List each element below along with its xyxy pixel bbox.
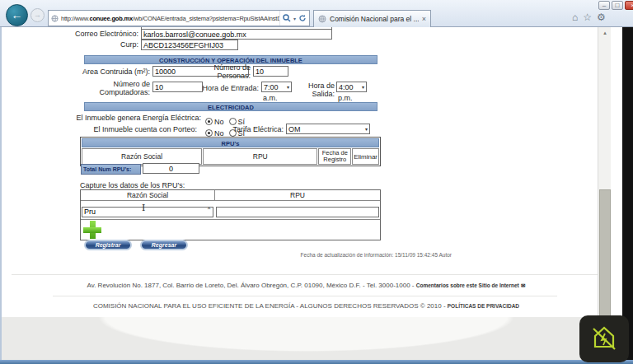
tab-title: Comisión Nacional para el ... <box>330 15 419 23</box>
capture-col-razon-social: Razón Social <box>81 190 215 200</box>
chrome-icons: ⌂ ☆ ⚙ <box>572 12 606 23</box>
personas-label: Número de Personas: <box>201 63 251 80</box>
tab-favicon-icon <box>318 12 326 26</box>
window-bottom-border <box>0 360 633 364</box>
regresar-button[interactable]: Regresar <box>140 240 188 250</box>
url-text: http://www.conuee.gob.mx/wb/CONAE/entrad… <box>61 15 279 22</box>
hora-salida-label: Hora de Salida: <box>307 82 335 98</box>
search-icon[interactable] <box>283 11 291 26</box>
pm-suffix: p.m. <box>338 94 353 102</box>
razon-social-input-wrap: × <box>82 203 213 217</box>
scrollbar[interactable]: ▴ ▾ <box>598 27 611 360</box>
search-dropdown-icon[interactable]: ▾ <box>293 16 296 21</box>
add-rpu-row <box>81 220 380 240</box>
form-buttons: Registrar Regresar <box>84 240 188 250</box>
rpus-table-header: Razón Social RPU Fecha de Registro Elimi… <box>82 148 379 165</box>
favorites-star-icon[interactable]: ☆ <box>583 12 592 23</box>
rpu-input-wrap <box>216 203 379 217</box>
capture-input-row: × <box>81 201 380 220</box>
razon-social-field[interactable] <box>82 207 213 217</box>
scroll-up-icon[interactable]: ▴ <box>598 27 612 39</box>
total-rpus-label: Total Num RPU's: <box>81 164 141 175</box>
page-icon <box>51 15 59 22</box>
col-eliminar: Eliminar <box>352 148 379 165</box>
registrar-button[interactable]: Registrar <box>84 240 132 250</box>
house-energy-icon <box>588 321 621 357</box>
rpus-table-title: RPU's <box>82 138 379 147</box>
footer-top-divider <box>12 274 600 275</box>
refresh-icon[interactable] <box>298 11 307 26</box>
email-label: Correo Electrónico: <box>49 30 138 38</box>
hora-salida-select[interactable]: 4:00 ▾ <box>336 82 367 92</box>
tarifa-label: Tarifa Eléctrica: <box>231 125 284 133</box>
am-suffix: a.m. <box>263 94 278 102</box>
text-cursor: I <box>142 203 145 213</box>
back-button[interactable]: ← <box>6 4 28 26</box>
footer-divider <box>53 296 557 296</box>
watermark-logo <box>579 315 629 362</box>
maximize-button[interactable]: □ <box>612 1 623 10</box>
desktop-background-strip <box>622 27 633 360</box>
computadoras-label: Número de Computadoras: <box>81 80 150 96</box>
hora-entrada-label: Hora de Entrada: <box>198 84 259 92</box>
close-button[interactable]: × <box>625 1 633 10</box>
browser-tab[interactable]: Comisión Nacional para el ... × <box>313 10 431 27</box>
forward-button[interactable]: → <box>30 8 45 22</box>
email-field[interactable] <box>141 29 332 40</box>
minimize-button[interactable]: – <box>598 1 610 10</box>
capture-table: Razón Social RPU × <box>80 189 381 240</box>
area-label: Area Contruida (m²): <box>41 68 150 76</box>
clear-input-icon[interactable]: × <box>207 204 211 212</box>
url-domain: conuee.gob.mx <box>89 15 132 22</box>
browser-titlebar: – □ × ← → http://www.conuee.gob.mx/wb/CO… <box>0 0 633 27</box>
tools-gear-icon[interactable]: ⚙ <box>597 12 606 23</box>
section-header-electricidad: ELECTRICIDAD <box>84 102 377 111</box>
porteo-label: El Inmueble cuenta con Porteo: <box>35 125 197 133</box>
total-rpus-field[interactable] <box>143 163 199 174</box>
capture-col-rpu: RPU <box>215 190 380 200</box>
comments-link[interactable]: Comentarios sobre este Sitio de Internet <box>416 282 519 288</box>
curp-field[interactable] <box>141 40 238 50</box>
page-bottom-area <box>2 317 611 360</box>
page-content: Correo Electrónico: Curp: CONSTRUCCIÓN Y… <box>0 27 622 360</box>
capture-instruction: Capture los datos de los RPU's: <box>80 181 185 189</box>
rpu-field[interactable] <box>216 207 379 217</box>
col-fecha-registro: Fecha de Registro <box>318 148 351 165</box>
radio-porteo-no[interactable] <box>205 129 213 137</box>
rpus-table: RPU's Razón Social RPU Fecha de Registro… <box>80 137 381 166</box>
footer-address: Av. Revolución No. 1877, Col. Barrio de … <box>2 282 611 289</box>
tab-close-button[interactable]: × <box>422 15 426 23</box>
col-rpu: RPU <box>203 148 317 165</box>
chevron-down-icon: ▾ <box>365 126 368 132</box>
add-rpu-plus-icon[interactable] <box>83 221 101 239</box>
address-bar-tools: ▾ <box>279 11 307 26</box>
footer-copyright: COMISIÓN NACIONAL PARA EL USO EFICIENTE … <box>2 302 611 310</box>
curp-label: Curp: <box>49 40 138 49</box>
privacy-link[interactable]: POLÍTICAS DE PRIVACIDAD <box>448 303 519 309</box>
home-icon[interactable]: ⌂ <box>572 12 578 23</box>
mail-icon: ✉ <box>521 282 525 288</box>
personas-field[interactable] <box>253 66 288 77</box>
chevron-down-icon: ▾ <box>287 84 289 90</box>
update-date-text: Fecha de actualización de información: 1… <box>249 252 452 258</box>
tarifa-select[interactable]: OM ▾ <box>286 124 370 134</box>
col-razon-social: Razón Social <box>82 148 202 165</box>
computadoras-field[interactable] <box>152 82 203 92</box>
hora-entrada-select[interactable]: 7:00 ▾ <box>261 82 292 92</box>
address-bar[interactable]: http://www.conuee.gob.mx/wb/CONAE/entrad… <box>48 10 310 26</box>
genera-energia-label: El Inmueble genera Energía Eléctrica: <box>35 114 201 122</box>
chevron-down-icon: ▾ <box>362 84 364 90</box>
window-controls: – □ × <box>598 1 633 10</box>
capture-table-header: Razón Social RPU <box>81 190 380 201</box>
